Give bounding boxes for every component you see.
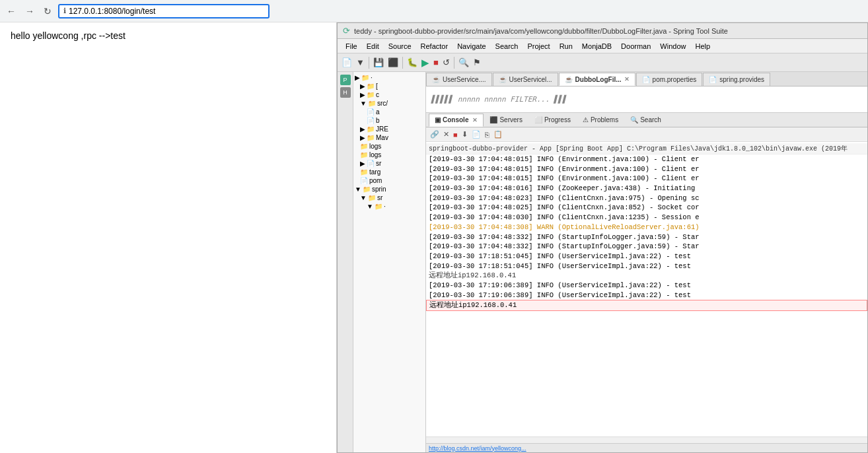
console-paste-btn[interactable]: 📋 bbox=[492, 129, 504, 139]
file-tree: ▶📁 · ▶📁 [ ▶📁 c ▼📁 src/ 📄 a 📄 b ▶📁 JRE ▶📁… bbox=[353, 72, 426, 452]
toolbar-stop[interactable]: ■ bbox=[432, 57, 440, 68]
tree-item-sprin[interactable]: ▼📁 sprin bbox=[353, 185, 425, 193]
console-tab-search[interactable]: 🔍 Search bbox=[624, 114, 667, 127]
ide-window: ⟳ teddy - springboot-dubbo-provider/src/… bbox=[337, 22, 868, 453]
tree-item-2[interactable]: ▶📁 c bbox=[353, 90, 425, 99]
menu-refactor[interactable]: Refactor bbox=[417, 42, 452, 51]
tab-dubbologfil[interactable]: ☕ DubboLogFil... ✕ bbox=[559, 73, 635, 86]
tree-item-dot[interactable]: ▼📁 · bbox=[353, 202, 425, 211]
tab-label-3: pom.properties bbox=[653, 76, 697, 83]
menu-monjadb[interactable]: MonjaDB bbox=[578, 42, 616, 51]
console-header-line: springboot-dubbo-provider - App [Spring … bbox=[426, 143, 867, 155]
console-tab-label-1: Servers bbox=[499, 116, 522, 123]
console-tab-problems[interactable]: ⚠ Problems bbox=[577, 114, 624, 127]
tab-icon-4: 📄 bbox=[709, 76, 717, 83]
tree-icon-src: ▼ bbox=[360, 100, 367, 107]
console-tab-label-4: Search bbox=[640, 116, 661, 123]
tree-item-targ[interactable]: 📁 targ bbox=[353, 168, 425, 176]
console-toolbar: 🔗 ✕ ■ ⬇ 📄 ⎘ 📋 bbox=[426, 127, 867, 142]
ide-sidebar-icons: P H bbox=[338, 72, 353, 452]
toolbar-save[interactable]: 💾 bbox=[372, 57, 385, 68]
tab-pom[interactable]: 📄 pom.properties bbox=[636, 73, 703, 86]
console-tab-progress[interactable]: ⬜ Progress bbox=[528, 114, 577, 127]
tree-item-a[interactable]: 📄 a bbox=[353, 108, 425, 116]
forward-button[interactable]: → bbox=[22, 5, 37, 18]
tree-item-sr[interactable]: ▶📄 sr bbox=[353, 159, 425, 168]
console-tab-servers[interactable]: ⬛ Servers bbox=[484, 114, 528, 127]
tree-item-src[interactable]: ▼📁 src/ bbox=[353, 99, 425, 108]
toolbar-debug[interactable]: 🐛 bbox=[406, 57, 419, 68]
ide-logo-icon: ⟳ bbox=[343, 26, 350, 36]
tree-item-logs2[interactable]: 📁 logs bbox=[353, 151, 425, 159]
tree-item-logs1[interactable]: 📁 logs bbox=[353, 142, 425, 151]
console-tab-close[interactable]: ✕ bbox=[472, 117, 478, 123]
log-line-14: [2019-03-30 17:19:06:389] INFO (UserServ… bbox=[426, 291, 867, 300]
console-tab-console[interactable]: ▣ Console ✕ bbox=[429, 114, 484, 127]
reload-button[interactable]: ↻ bbox=[41, 5, 54, 18]
menu-doorman[interactable]: Doorman bbox=[617, 42, 655, 51]
back-button[interactable]: ← bbox=[4, 5, 18, 18]
menu-project[interactable]: Project bbox=[523, 42, 554, 51]
console-tab-label-3: Problems bbox=[591, 116, 618, 123]
console-output[interactable]: springboot-dubbo-provider - App [Spring … bbox=[426, 142, 867, 436]
tree-item-jre[interactable]: ▶📁 JRE bbox=[353, 125, 425, 133]
tab-spring-provides[interactable]: 📄 spring.provides bbox=[703, 73, 770, 86]
address-bar[interactable]: ℹ 127.0.0.1:8080/login/test bbox=[58, 4, 270, 18]
tab-label-4: spring.provides bbox=[719, 76, 764, 83]
menu-edit[interactable]: Edit bbox=[363, 42, 383, 51]
menu-window[interactable]: Window bbox=[656, 42, 690, 51]
menu-source[interactable]: Source bbox=[384, 42, 416, 51]
console-link-btn[interactable]: 🔗 bbox=[429, 129, 441, 139]
tab-icon-0: ☕ bbox=[432, 76, 440, 83]
menu-help[interactable]: Help bbox=[691, 42, 714, 51]
tree-item-sr2[interactable]: ▼📁 sr bbox=[353, 193, 425, 202]
tab-bar: ☕ UserService.... ☕ UserServicel... ☕ Du… bbox=[426, 72, 867, 87]
problems-icon: ⚠ bbox=[583, 116, 589, 123]
tree-icon-1: ▶ bbox=[360, 83, 365, 90]
log-line-5: [2019-03-30 17:04:48:025] INFO (ClientCn… bbox=[426, 203, 867, 213]
toolbar-sep-3 bbox=[454, 57, 454, 69]
tab-userservice1[interactable]: ☕ UserService.... bbox=[426, 73, 492, 86]
console-copy-btn[interactable]: ⎘ bbox=[484, 130, 491, 139]
console-tab-label-0: Console bbox=[443, 116, 468, 123]
tab-userservicel[interactable]: ☕ UserServicel... bbox=[493, 73, 558, 86]
sidebar-icon-hierarchy[interactable]: H bbox=[340, 87, 351, 98]
menu-navigate[interactable]: Navigate bbox=[453, 42, 489, 51]
menu-file[interactable]: File bbox=[342, 42, 361, 51]
console-stop-btn[interactable]: ■ bbox=[452, 130, 459, 139]
tree-item-0[interactable]: ▶📁 · bbox=[353, 73, 425, 82]
menu-run[interactable]: Run bbox=[556, 42, 577, 51]
status-link[interactable]: http://blog.csdn.net/iam/yellowcong... bbox=[429, 445, 526, 452]
log-line-7: [2019-03-30 17:04:48:308] WARN (Optional… bbox=[426, 223, 867, 232]
console-scrollbar[interactable] bbox=[426, 436, 867, 443]
browser-page: hello yellowcong ,rpc -->test bbox=[0, 22, 337, 453]
toolbar-run[interactable]: ▶ bbox=[420, 56, 431, 69]
console-panel: ▣ Console ✕ ⬛ Servers ⬜ Progress bbox=[426, 113, 867, 443]
ide-statusbar: http://blog.csdn.net/iam/yellowcong... bbox=[426, 443, 867, 452]
url-text: 127.0.0.1:8080/login/test bbox=[69, 7, 155, 16]
tree-item-1[interactable]: ▶📁 [ bbox=[353, 82, 425, 90]
toolbar-search[interactable]: 🔍 bbox=[457, 57, 470, 68]
toolbar-save-all[interactable]: ⬛ bbox=[386, 57, 400, 68]
editor-content: ▌▌▌▌▌ nnnnn nnnnn FILTER... ▌▌▌ bbox=[426, 87, 867, 113]
log-line-9: [2019-03-30 17:04:48:332] INFO (StartupI… bbox=[426, 242, 867, 252]
toolbar-sep-1 bbox=[369, 57, 369, 69]
log-line-4: [2019-03-30 17:04:48:023] INFO (ClientCn… bbox=[426, 193, 867, 203]
tab-close-2[interactable]: ✕ bbox=[624, 76, 630, 83]
page-text: hello yellowcong ,rpc -->test bbox=[11, 30, 326, 41]
tree-item-pom[interactable]: 📄 pom bbox=[353, 176, 425, 185]
sidebar-icon-packages[interactable]: P bbox=[340, 75, 351, 85]
log-line-10: [2019-03-30 17:18:51:045] INFO (UserServ… bbox=[426, 252, 867, 261]
console-clear-btn[interactable]: ✕ bbox=[442, 129, 451, 139]
toolbar-refresh[interactable]: ↺ bbox=[441, 57, 451, 68]
editor-area: ☕ UserService.... ☕ UserServicel... ☕ Du… bbox=[426, 72, 867, 452]
console-scroll-end-btn[interactable]: ⬇ bbox=[460, 129, 469, 139]
toolbar-open[interactable]: ▼ bbox=[355, 57, 366, 68]
menu-search[interactable]: Search bbox=[491, 42, 523, 51]
toolbar-new[interactable]: 📄 bbox=[340, 57, 353, 68]
toolbar-marker[interactable]: ⚑ bbox=[472, 57, 482, 68]
log-line-0: [2019-03-30 17:04:48:015] INFO (Environm… bbox=[426, 155, 867, 164]
tree-item-mav[interactable]: ▶📁 Mav bbox=[353, 133, 425, 142]
tree-item-b[interactable]: 📄 b bbox=[353, 116, 425, 125]
console-new-btn[interactable]: 📄 bbox=[470, 129, 482, 139]
